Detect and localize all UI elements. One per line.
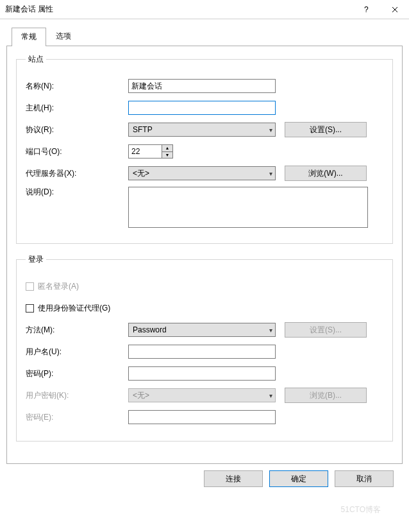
name-input[interactable] xyxy=(128,79,276,93)
titlebar: 新建会话 属性 ? xyxy=(0,0,409,19)
desc-textarea[interactable] xyxy=(128,187,368,228)
port-label: 端口号(O): xyxy=(26,146,128,157)
desc-label: 说明(D): xyxy=(26,187,128,198)
tab-panel: 站点 名称(N): 主机(H): 协议(R): SFTP ▾ 设置(S)... xyxy=(6,46,403,464)
agent-checkbox[interactable]: 使用身份验证代理(G) xyxy=(26,303,110,314)
method-select[interactable]: Password ▾ xyxy=(128,323,276,337)
key-value: <无> xyxy=(133,390,149,401)
connect-button[interactable]: 连接 xyxy=(204,470,263,487)
method-settings-button: 设置(S)... xyxy=(285,322,367,338)
proxy-select[interactable]: <无> ▾ xyxy=(128,166,276,180)
login-legend: 登录 xyxy=(26,254,46,265)
login-group: 登录 匿名登录(A) 使用身份验证代理(G) 方法(M): Password xyxy=(16,254,393,442)
method-value: Password xyxy=(133,325,167,334)
key-browse-button: 浏览(B)... xyxy=(285,388,367,403)
checkbox-box-icon xyxy=(26,304,34,313)
key-label: 用户密钥(K): xyxy=(26,390,128,401)
tab-general[interactable]: 常规 xyxy=(12,28,46,46)
dialog-footer: 连接 确定 取消 xyxy=(6,464,403,496)
ok-button[interactable]: 确定 xyxy=(269,470,328,487)
anon-label: 匿名登录(A) xyxy=(38,281,79,292)
chevron-down-icon: ▾ xyxy=(269,170,272,177)
pass-label: 密码(P): xyxy=(26,368,128,379)
tabstrip: 常规 选项 xyxy=(6,27,403,46)
spin-up-icon[interactable]: ▲ xyxy=(162,145,172,152)
keypass-input xyxy=(128,410,276,424)
proxy-value: <无> xyxy=(133,168,149,179)
help-button[interactable]: ? xyxy=(353,0,381,19)
port-spinner[interactable]: ▲ ▼ xyxy=(128,144,276,159)
proxy-browse-button[interactable]: 浏览(W)... xyxy=(285,166,367,181)
proxy-label: 代理服务器(X): xyxy=(26,168,128,179)
cancel-button[interactable]: 取消 xyxy=(335,470,394,487)
key-select: <无> ▾ xyxy=(128,388,276,402)
svg-text:?: ? xyxy=(364,5,369,14)
agent-label: 使用身份验证代理(G) xyxy=(38,303,110,314)
watermark-text: 51CTO博客 xyxy=(341,504,381,515)
close-button[interactable] xyxy=(381,0,409,19)
name-label: 名称(N): xyxy=(26,81,128,92)
user-label: 用户名(U): xyxy=(26,347,128,357)
anon-checkbox: 匿名登录(A) xyxy=(26,281,79,292)
port-input[interactable] xyxy=(128,144,162,159)
host-input[interactable] xyxy=(128,101,276,115)
protocol-label: 协议(R): xyxy=(26,124,128,135)
keypass-label: 密码(E): xyxy=(26,412,128,423)
site-group: 站点 名称(N): 主机(H): 协议(R): SFTP ▾ 设置(S)... xyxy=(16,54,393,244)
pass-input[interactable] xyxy=(128,366,276,381)
method-label: 方法(M): xyxy=(26,325,128,336)
protocol-settings-button[interactable]: 设置(S)... xyxy=(285,122,367,137)
protocol-select[interactable]: SFTP ▾ xyxy=(128,123,276,137)
user-input[interactable] xyxy=(128,345,276,359)
chevron-down-icon: ▾ xyxy=(269,392,272,399)
tab-options[interactable]: 选项 xyxy=(46,27,81,46)
spin-down-icon[interactable]: ▼ xyxy=(162,152,172,159)
protocol-value: SFTP xyxy=(133,125,153,134)
chevron-down-icon: ▾ xyxy=(269,327,272,334)
chevron-down-icon: ▾ xyxy=(269,126,272,133)
host-label: 主机(H): xyxy=(26,103,128,114)
window-title: 新建会话 属性 xyxy=(0,4,353,15)
site-legend: 站点 xyxy=(26,54,46,65)
checkbox-box-icon xyxy=(26,282,34,291)
close-icon xyxy=(392,6,398,13)
